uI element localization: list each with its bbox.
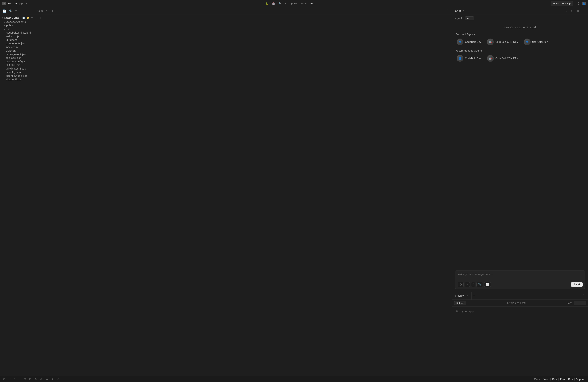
chat-refresh-btn[interactable]: ↻ [564, 9, 568, 13]
sidebar-search-btn[interactable]: 🔍 [8, 9, 13, 13]
folder-label: src [6, 28, 10, 31]
file-readme[interactable]: README.md [0, 63, 35, 67]
status-btn-5[interactable]: ⊞ [23, 377, 27, 381]
at-button[interactable]: @ [458, 282, 463, 287]
root-label: ReactUiApp [4, 17, 20, 19]
bot-icon-btn[interactable]: 🤖 [271, 1, 276, 6]
chat-agent-bar: Agent : Auto [452, 15, 588, 22]
preview-content: Run your app [452, 307, 588, 376]
folder-public[interactable]: ▶ public [0, 24, 35, 27]
rec-agent-name-0: CodeBolt Dev [465, 57, 482, 60]
status-btn-8[interactable]: ◎ [39, 377, 43, 381]
attach-button[interactable]: 📎 [476, 282, 483, 287]
file-index-html[interactable]: index.html [0, 45, 35, 49]
status-btn-1[interactable]: ◻ [2, 377, 6, 381]
new-file-btn[interactable]: 📄 [22, 16, 25, 19]
run-button[interactable]: ▶ Run [290, 1, 299, 6]
mode-power-dev[interactable]: Power Dev [560, 378, 573, 381]
history-icon-btn[interactable]: ⏱ [284, 1, 289, 6]
status-btn-6[interactable]: ⊡ [28, 377, 32, 381]
status-btn-3[interactable]: ⤴ [13, 377, 16, 381]
port-input[interactable] [574, 301, 586, 305]
search-icon-btn[interactable]: 🔍 [277, 1, 283, 6]
chat-tab-label: Chat [455, 9, 461, 12]
image-button[interactable]: ⬜ [484, 282, 491, 287]
chat-expand-btn[interactable]: ⛶ [582, 9, 587, 13]
chat-settings-btn[interactable]: ⚙ [576, 9, 580, 13]
file-vite-config[interactable]: vite.config.ts [0, 78, 35, 81]
chat-agent-selector[interactable]: Auto [465, 16, 474, 20]
chat-history-btn[interactable]: ⏱ [570, 9, 575, 13]
file-postcss[interactable]: postcss.config.js [0, 60, 35, 63]
chat-tab-close[interactable]: ✕ [462, 9, 465, 12]
status-bar: ◻ ↩ ⤴ ▷ ⊞ ⊡ ⚙ ◎ ☁ ⊕ ⇌ Mode: Basic | Dev … [0, 376, 588, 382]
status-btn-7[interactable]: ⚙ [34, 377, 38, 381]
agent-avatar-2: 👤 [524, 38, 531, 45]
sidebar-file-btn[interactable]: 📄 [2, 9, 7, 13]
file-codeboltconfig[interactable]: .codeboltconfig.yaml [0, 31, 35, 35]
tab-code-close[interactable]: ✕ [45, 9, 47, 12]
file-eslintrc[interactable]: .eslintrc.cjs [0, 35, 35, 38]
recommended-agent-0[interactable]: 👤 CodeBolt Dev [455, 54, 483, 62]
featured-agent-2[interactable]: 👤 userQuestion [523, 38, 549, 46]
file-components-json[interactable]: components.json [0, 42, 35, 45]
new-folder-btn[interactable]: 📁 [26, 16, 30, 19]
file-gitignore[interactable]: .gitignore [0, 38, 35, 42]
send-button[interactable]: Send [571, 282, 583, 287]
preview-tab-add[interactable]: + [472, 292, 477, 300]
refresh-button[interactable]: Refresh [454, 301, 466, 305]
chat-body: New Conversation Started Featured Agents… [452, 22, 588, 268]
file-tailwind[interactable]: tailwind.config.js [0, 67, 35, 71]
preview-tab-close[interactable]: ✕ [466, 294, 469, 297]
status-btn-10[interactable]: ⊕ [51, 377, 54, 381]
debug-icon-btn[interactable]: 🐛 [264, 1, 270, 6]
folder-label: public [6, 24, 13, 27]
preview-section: Preview ✕ + ⛶ Refresh http://localhost: … [452, 292, 588, 376]
fullscreen-button[interactable]: ⛶ [575, 1, 580, 6]
file-tsconfig[interactable]: tsconfig.json [0, 71, 35, 74]
tab-preview[interactable]: Preview ✕ [452, 292, 472, 300]
refresh-tree-btn[interactable]: ↻ [31, 16, 33, 19]
folder-src[interactable]: ▶ src [0, 27, 35, 31]
rec-agent-avatar-0: 👤 [457, 55, 463, 62]
right-panel: Chat ✕ + + ↻ ⏱ ⚙ ⛶ Agent : Auto [452, 7, 588, 376]
open-external-button[interactable]: ↗ [24, 1, 29, 6]
recommended-agent-1[interactable]: 🤖 CodeBolt CRM DEV [486, 54, 519, 62]
status-btn-4[interactable]: ▷ [18, 377, 21, 381]
mode-support[interactable]: Support [576, 378, 586, 381]
status-btn-2[interactable]: ↩ [8, 377, 12, 381]
line-numbers: 1 [35, 15, 43, 376]
tab-chat[interactable]: Chat ✕ [452, 7, 468, 15]
hash-button[interactable]: # [465, 282, 470, 287]
folder-codebolt-agents[interactable]: ▶ .codeboltAgents [0, 20, 35, 24]
publish-button[interactable]: Publish FlexApp [551, 1, 573, 6]
editor-tabs: Code ✕ + ⛶ [35, 7, 452, 15]
chat-input[interactable] [458, 273, 583, 280]
mode-dev[interactable]: Dev [552, 378, 557, 381]
tab-code[interactable]: Code ✕ [35, 7, 50, 15]
preview-expand-btn[interactable]: ⛶ [582, 294, 587, 298]
featured-agents-list: 👤 CodeBolt Dev 🤖 CodeBolt CRM DEV 👤 user… [455, 38, 585, 46]
featured-agent-1[interactable]: 🤖 CodeBolt CRM DEV [486, 38, 519, 46]
file-license[interactable]: LICENSE [0, 49, 35, 53]
tab-add-button[interactable]: + [50, 7, 55, 15]
status-btn-9[interactable]: ☁ [45, 377, 49, 381]
file-package-lock[interactable]: package-lock.json [0, 53, 35, 56]
file-package-json[interactable]: package.json [0, 56, 35, 60]
run-app-label: Run your app [456, 310, 474, 313]
mode-label: Mode: [534, 378, 541, 381]
status-btn-11[interactable]: ⇌ [56, 377, 60, 381]
chat-new-btn[interactable]: + [559, 9, 563, 13]
mode-basic[interactable]: Basic [543, 378, 549, 381]
slash-button[interactable]: / [471, 282, 475, 287]
chat-tab-add[interactable]: + [468, 7, 473, 15]
featured-agents-section: Featured Agents 👤 CodeBolt Dev 🤖 CodeBol… [455, 33, 585, 46]
agent-avatar-1: 🤖 [487, 38, 494, 45]
code-area[interactable] [43, 15, 452, 376]
file-tsconfig-node[interactable]: tsconfig.node.json [0, 74, 35, 78]
featured-agents-title: Featured Agents [455, 33, 585, 36]
editor-expand-btn[interactable]: ⛶ [446, 9, 450, 13]
tree-root[interactable]: ▼ ReactUiApp 📄 📁 ↻ [0, 16, 35, 20]
sidebar-git-btn[interactable]: ⑂ [14, 9, 18, 13]
featured-agent-0[interactable]: 👤 CodeBolt Dev [455, 38, 483, 46]
